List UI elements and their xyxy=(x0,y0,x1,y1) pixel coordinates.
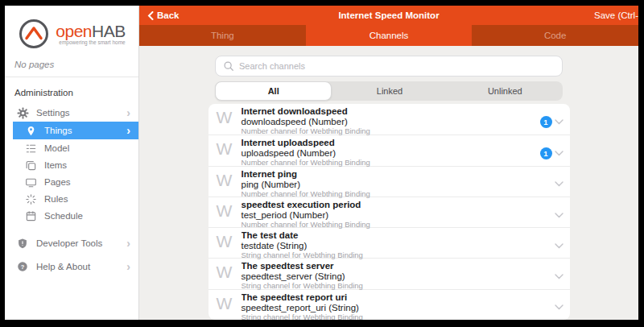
sidebar-item-help-about[interactable]: ? Help & About › xyxy=(5,255,138,278)
channel-kind-icon: W xyxy=(217,109,242,135)
filter-unlinked[interactable]: Unlinked xyxy=(448,81,563,101)
channel-description: String channel for Webthing Binding xyxy=(242,313,540,320)
items-icon xyxy=(24,159,37,172)
sidebar-item-developer-tools[interactable]: Developer Tools › xyxy=(5,232,138,255)
search-bar xyxy=(215,56,563,77)
tab-bar: ThingChannelsCode xyxy=(139,25,638,46)
chevron-right-icon: › xyxy=(126,238,130,249)
chevron-down-icon xyxy=(555,243,564,249)
sidebar-footer-nav: Developer Tools › ? Help & About › xyxy=(5,232,138,279)
channel-row[interactable]: W Internet downloadspeed downloadspeed (… xyxy=(208,104,570,135)
channel-id: test_period (Number) xyxy=(242,210,540,220)
schedule-icon xyxy=(24,209,37,222)
chevron-down-icon xyxy=(555,119,564,125)
channel-kind-icon: W xyxy=(217,233,242,258)
channel-row[interactable]: W The speedtest report uri speedtest_rep… xyxy=(208,289,570,320)
sidebar-item-pages[interactable]: Pages › xyxy=(5,174,138,190)
channel-id: downloadspeed (Number) xyxy=(242,117,540,126)
top-bar: Back Internet Speed Monitor Save (Ctrl- xyxy=(139,6,638,25)
chevron-right-icon: › xyxy=(126,125,130,136)
channel-id: speedtest_report_uri (String) xyxy=(242,303,540,313)
svg-text:?: ? xyxy=(21,263,25,271)
tab-channels[interactable]: Channels xyxy=(306,25,473,46)
channel-kind-icon: W xyxy=(217,172,242,197)
tab-thing[interactable]: Thing xyxy=(139,25,306,46)
channel-kind-icon: W xyxy=(217,295,242,320)
linked-count-badge[interactable]: 1 xyxy=(540,147,552,159)
sidebar-item-items[interactable]: Items › xyxy=(5,157,138,173)
pin-icon xyxy=(24,124,37,137)
save-button[interactable]: Save (Ctrl- xyxy=(594,10,638,20)
brand-tagline: empowering the smart home xyxy=(56,39,125,45)
main-area: Back Internet Speed Monitor Save (Ctrl- … xyxy=(139,6,638,320)
channel-title: Internet ping xyxy=(242,169,540,180)
channel-row[interactable]: W The test date testdate (String) String… xyxy=(208,227,570,258)
help-circle-icon: ? xyxy=(16,260,29,273)
chevron-down-icon xyxy=(555,181,564,187)
linked-count-badge[interactable]: 1 xyxy=(540,116,552,128)
channel-title: Internet uploadspeed xyxy=(242,138,540,148)
channel-title: The speedtest report uri xyxy=(242,292,540,303)
rules-icon xyxy=(24,192,37,205)
channel-row[interactable]: W Internet uploadspeed uploadspeed (Numb… xyxy=(208,135,570,165)
filter-all[interactable]: All xyxy=(215,81,332,101)
sidebar-item-things[interactable]: Things › xyxy=(13,122,138,139)
channel-title: Internet downloadspeed xyxy=(242,106,540,117)
sidebar: openHAB empowering the smart home No pag… xyxy=(5,6,139,320)
sidebar-item-model[interactable]: Model › xyxy=(5,140,138,156)
content-area: AllLinkedUnlinked W Internet downloadspe… xyxy=(139,46,638,320)
chevron-down-icon xyxy=(555,151,564,156)
filter-linked[interactable]: Linked xyxy=(332,81,447,101)
channel-kind-icon: W xyxy=(217,202,242,227)
sidebar-item-rules[interactable]: Rules › xyxy=(5,191,138,207)
channel-title: speedtest execution period xyxy=(242,200,540,210)
openhab-logo[interactable]: openHAB empowering the smart home xyxy=(5,6,138,55)
chevron-left-icon xyxy=(147,11,154,20)
chevron-down-icon xyxy=(555,213,564,218)
sidebar-section-administration: Administration xyxy=(5,77,138,105)
chevron-down-icon xyxy=(555,304,564,310)
sidebar-item-settings[interactable]: Settings › xyxy=(5,105,138,121)
channel-id: speedtest_server (String) xyxy=(242,271,540,281)
back-label: Back xyxy=(157,10,180,20)
search-icon xyxy=(223,60,234,72)
back-button[interactable]: Back xyxy=(147,10,180,20)
pages-icon xyxy=(24,176,37,188)
chevron-down-icon xyxy=(555,274,564,279)
channel-list: W Internet downloadspeed downloadspeed (… xyxy=(208,104,570,320)
chevron-right-icon: › xyxy=(126,261,130,272)
no-pages-label: No pages xyxy=(5,55,138,77)
channel-row[interactable]: W Internet ping ping (Number) Number cha… xyxy=(208,166,570,197)
model-icon xyxy=(24,142,37,155)
sidebar-nav: Settings › Things › Model › Items › Page… xyxy=(5,105,138,225)
page-title: Internet Speed Monitor xyxy=(139,10,638,20)
brand-name: openHAB xyxy=(56,23,125,39)
channel-kind-icon: W xyxy=(217,263,242,288)
channel-title: The test date xyxy=(242,230,540,241)
sidebar-item-schedule[interactable]: Schedule › xyxy=(5,208,138,224)
tab-code[interactable]: Code xyxy=(472,25,638,46)
gear-icon xyxy=(16,106,29,119)
openhab-logo-icon xyxy=(18,18,50,50)
filter-segmented-control: AllLinkedUnlinked xyxy=(215,81,563,101)
app-window: openHAB empowering the smart home No pag… xyxy=(5,6,638,320)
channel-row[interactable]: W speedtest execution period test_period… xyxy=(208,197,570,227)
channel-id: testdate (String) xyxy=(242,241,540,250)
channel-kind-icon: W xyxy=(217,140,242,165)
channel-description: Number channel for Webthing Binding xyxy=(242,126,540,135)
channel-id: ping (Number) xyxy=(242,180,540,189)
channel-title: The speedtest server xyxy=(242,261,540,271)
search-input[interactable] xyxy=(239,61,555,71)
channel-id: uploadspeed (Number) xyxy=(242,148,540,158)
shield-icon xyxy=(16,237,29,250)
chevron-right-icon: › xyxy=(126,107,130,118)
channel-row[interactable]: W The speedtest server speedtest_server … xyxy=(208,258,570,288)
